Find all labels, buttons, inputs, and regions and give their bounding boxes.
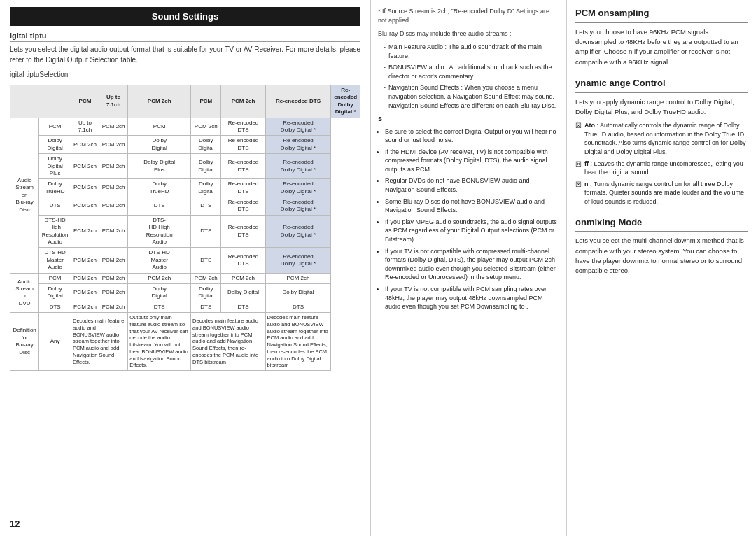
pcm-title: PCM onsampling [575, 7, 748, 23]
cell: PCM 2ch [221, 273, 265, 283]
cell: Re-encoded DTS [221, 197, 265, 216]
cell: DTS-HD HighResolutionAudio [128, 215, 191, 248]
cell: Re-encoded DTS [221, 154, 265, 179]
cell: DTS [128, 302, 191, 312]
cell: DTS [191, 215, 221, 248]
section-dynamic-range: ynamic ange Control Lets you apply dynam… [575, 77, 748, 206]
table-row: Dolby DigitalPlus PCM 2ch PCM 2ch Dolby … [10, 154, 360, 179]
stream-text: Navigation Sound Effects : When you choo… [388, 83, 559, 111]
list-item: Be sure to select the correct Digital Ou… [385, 127, 559, 145]
cell: DolbyDigital [191, 179, 221, 197]
cell-def4: Decodes main feature audio and BONUSVIEW… [265, 313, 331, 371]
table-row: DTS-HD HighResolutionAudio PCM 2ch PCM 2… [10, 215, 360, 248]
note1: * If Source Stream is 2ch, "Re-encoded D… [378, 7, 559, 25]
checkbox-auto: ☒ Ato : Automatically controls the dynam… [575, 121, 748, 156]
stream-text: BONUSVIEW audio : An additional soundtra… [388, 63, 559, 81]
cell: Dolby Digital [221, 283, 265, 302]
cell: DTS-HD HighResolutionAudio [39, 215, 71, 248]
section-downmixing: onmixing Mode Lets you select the multi-… [575, 216, 748, 276]
checkbox-on: ☒ n : Turns dynamic range control on for… [575, 180, 748, 206]
cell: DTS-HDMasterAudio [128, 248, 191, 273]
th-reencoded-dts: Re-encoded DTS [265, 85, 331, 118]
pcm-content: Lets you choose to have 96KHz PCM signal… [575, 27, 748, 67]
cell: Re-encoded DTS [221, 118, 265, 136]
list-item: Regular DVDs do not have BONUSVIEW audio… [385, 176, 559, 194]
cell: DTS [128, 197, 191, 216]
dynamic-range-title: ynamic ange Control [575, 77, 748, 93]
cell: PCM [39, 118, 71, 136]
cell-def3: Decodes main feature audio and BONUSVIEW… [191, 313, 266, 371]
table-row: Dolby Digital PCM 2ch PCM 2ch DolbyDigit… [10, 136, 360, 154]
list-item: If you play MPEG audio soundtracks, the … [385, 218, 559, 244]
cell: Re-encoded DTS [221, 136, 265, 154]
cell: PCM 2ch [71, 302, 99, 312]
cell: Re-encodedDolby Digital * [265, 215, 331, 248]
section-pcm-onsampling: PCM onsampling Lets you choose to have 9… [575, 7, 748, 67]
cell: PCM 2ch [71, 136, 99, 154]
cell: PCM [128, 118, 191, 136]
cell: DolbyDigital [191, 154, 221, 179]
s-label: S [378, 115, 559, 124]
cell: Dolby DigitalPlus [128, 154, 191, 179]
table-row: DTS PCM 2ch PCM 2ch DTS DTS Re-encoded D… [10, 197, 360, 216]
page-number: 12 [10, 519, 360, 529]
cell: PCM 2ch [99, 302, 127, 312]
cell: PCM 2ch [265, 273, 331, 283]
stream-dash: - [384, 63, 386, 81]
cell: Re-encoded DTS [221, 179, 265, 197]
left-panel: Sound Settings igital tiptu Lets you sel… [0, 0, 371, 536]
table-wrapper: PCM Up to 7.1ch PCM 2ch PCM PCM 2ch Re-e… [10, 85, 360, 513]
table-row: AudioStream onBlu-ray Disc PCM Up to 7.1… [10, 118, 360, 136]
cell: PCM 2ch [99, 215, 127, 248]
cell: Re-encodedDolby Digital * [265, 118, 331, 136]
list-item: If your TV is not compatible with PCM sa… [385, 285, 559, 311]
cell: PCM 2ch [71, 179, 99, 197]
table-row: DTS PCM 2ch PCM 2ch DTS DTS DTS DTS [10, 302, 360, 312]
stream-item-2: - BONUSVIEW audio : An additional soundt… [384, 63, 559, 81]
group-label-bluray: AudioStream onBlu-ray Disc [10, 118, 39, 273]
checkbox-label-on: n : Turns dynamic range control on for a… [584, 180, 748, 206]
cell: DTS [191, 197, 221, 216]
section-header: Sound Settings [10, 7, 360, 26]
checkbox-label-auto: Ato : Automatically controls the dynamic… [584, 121, 748, 156]
downmixing-title: onmixing Mode [575, 216, 748, 232]
th-pcm2ch-2: PCM 2ch [221, 85, 265, 118]
cell: Dolby Digital [39, 283, 71, 302]
cell: Re-encodedDolby Digital * [265, 248, 331, 273]
cell: Up to 7.1ch [71, 118, 99, 136]
cell: DTS [265, 302, 331, 312]
list-item: If your TV is not compatible with compre… [385, 247, 559, 282]
cell: PCM 2ch [71, 273, 99, 283]
bullet-section: S Be sure to select the correct Digital … [378, 115, 559, 311]
cell: PCM 2ch [99, 283, 127, 302]
cell: Re-encoded DTS [221, 248, 265, 273]
middle-panel: * If Source Stream is 2ch, "Re-encoded D… [371, 0, 567, 536]
cell: PCM 2ch [71, 283, 99, 302]
group-label-def: Definition forBlu-ray Disc [10, 313, 39, 371]
cell: DTS [39, 302, 71, 312]
cell: PCM 2ch [99, 248, 127, 273]
cell: Dolby Digital [265, 283, 331, 302]
cell: DTS [39, 197, 71, 216]
bullet-list: Be sure to select the correct Digital Ou… [378, 127, 559, 311]
cell: DTS [191, 248, 221, 273]
cell: DTS [191, 302, 221, 312]
cell: Re-encodedDolby Digital * [265, 179, 331, 197]
cell: DolbyTrueHD [128, 179, 191, 197]
note2: Blu-ray Discs may include three audio st… [378, 29, 559, 38]
cell: Re-encodedDolby Digital * [265, 154, 331, 179]
stream-dash: - [384, 83, 386, 111]
stream-text: Main Feature Audio : The audio soundtrac… [388, 43, 559, 61]
table-row: DTS-HDMaster Audio PCM 2ch PCM 2ch DTS-H… [10, 248, 360, 273]
cell-def2: Outputs only main feature audio stream s… [128, 313, 191, 371]
dynamic-range-content: Lets you apply dynamic range control to … [575, 97, 748, 118]
stream-item-3: - Navigation Sound Effects : When you ch… [384, 83, 559, 111]
cell: PCM 2ch [71, 215, 99, 248]
intro-text: Lets you select the digital audio output… [10, 45, 360, 65]
cell: PCM 2ch [99, 154, 127, 179]
cell: PCM 2ch [71, 154, 99, 179]
cell: PCM [39, 273, 71, 283]
table-row: Dolby TrueHD PCM 2ch PCM 2ch DolbyTrueHD… [10, 179, 360, 197]
audio-table: PCM Up to 7.1ch PCM 2ch PCM PCM 2ch Re-e… [10, 85, 360, 371]
digital-title: igital tiptu [10, 31, 360, 42]
